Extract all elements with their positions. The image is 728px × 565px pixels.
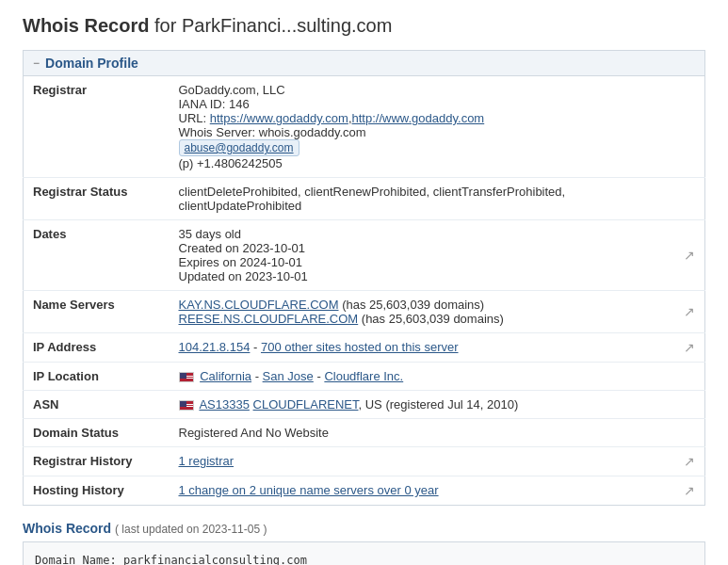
table-row: ASN AS13335 CLOUDFLARENET, US (registere… [24, 391, 705, 419]
ip-address-label: IP Address [24, 333, 170, 363]
registrar-label: Registrar [24, 76, 170, 178]
table-row: Registrar History 1 registrar ↗ [24, 447, 705, 476]
page-title-domain: ParkFinanci...sulting.com [182, 15, 392, 36]
registrar-history-external-link-icon[interactable]: ↗ [684, 454, 695, 469]
domain-profile-title: Domain Profile [45, 56, 138, 71]
registrar-status-value: clientDeleteProhibited, clientRenewProhi… [170, 178, 675, 220]
registrar-history-label: Registrar History [24, 447, 170, 476]
page-title-whois: Whois Record [23, 15, 149, 36]
dates-updated: Updated on 2023-10-01 [179, 269, 666, 283]
dates-external-link-icon[interactable]: ↗ [684, 248, 695, 263]
ns1: KAY.NS.CLOUDFLARE.COM (has 25,603,039 do… [179, 298, 666, 312]
asn-number-link[interactable]: AS13335 [199, 397, 250, 412]
registrar-history-link[interactable]: 1 registrar [179, 454, 235, 468]
table-row: Hosting History 1 change on 2 unique nam… [24, 476, 705, 506]
hosting-history-value: 1 change on 2 unique name servers over 0… [170, 476, 675, 506]
ip-location-country[interactable]: California [200, 369, 251, 383]
whois-record-header: Whois Record ( last updated on 2023-11-0… [23, 521, 705, 536]
registrar-iana: IANA ID: 146 [179, 97, 666, 111]
asn-flag-icon [179, 400, 194, 411]
ip-address-value: 104.21.8.154 - 700 other sites hosted on… [170, 333, 675, 363]
table-row: IP Location California - San Jose - Clou… [24, 363, 705, 391]
name-servers-label: Name Servers [24, 291, 170, 333]
ip-location-value: California - San Jose - Cloudflare Inc. [170, 363, 675, 391]
name-servers-external-link-icon[interactable]: ↗ [684, 304, 695, 319]
ns2-link[interactable]: REESE.NS.CLOUDFLARE.COM [179, 312, 359, 326]
dates-expires: Expires on 2024-10-01 [179, 255, 666, 269]
page-title-for: for [154, 15, 182, 36]
dates-value: 35 days old Created on 2023-10-01 Expire… [170, 220, 675, 291]
ip-location-label: IP Location [24, 363, 170, 391]
registrar-action [674, 76, 705, 178]
registrar-url-link2[interactable]: http://www.godaddy.com [352, 111, 485, 125]
registrar-history-value: 1 registrar [170, 447, 675, 476]
domain-profile-toggle-icon: − [33, 56, 40, 70]
hosting-history-link[interactable]: 1 change on 2 unique name servers over 0… [179, 483, 439, 497]
table-row: Name Servers KAY.NS.CLOUDFLARE.COM (has … [24, 291, 705, 333]
dates-label: Dates [24, 220, 170, 291]
ns2: REESE.NS.CLOUDFLARE.COM (has 25,603,039 … [179, 312, 666, 326]
hosting-history-action[interactable]: ↗ [674, 476, 705, 506]
whois-record-label[interactable]: Whois Record [23, 521, 111, 536]
ip-hosted-sites-link[interactable]: 700 other sites hosted on this server [261, 340, 459, 354]
dates-created: Created on 2023-10-01 [179, 241, 666, 255]
page-title: Whois Record for ParkFinanci...sulting.c… [23, 15, 705, 37]
ns1-link[interactable]: KAY.NS.CLOUDFLARE.COM [179, 298, 339, 312]
ip-location-action [674, 363, 705, 391]
domain-profile-table: Registrar GoDaddy.com, LLC IANA ID: 146 … [23, 76, 705, 506]
domain-profile-section-header[interactable]: − Domain Profile [23, 50, 705, 76]
ip-location-org[interactable]: Cloudflare Inc. [324, 369, 403, 383]
table-row: Registrar Status clientDeleteProhibited,… [24, 178, 705, 220]
registrar-value: GoDaddy.com, LLC IANA ID: 146 URL: https… [170, 76, 675, 178]
registrar-url: URL: https://www.godaddy.com,http://www.… [179, 111, 666, 125]
whois-raw-text: Domain Name: parkfinancialconsulting.com… [23, 541, 705, 565]
table-row: Domain Status Registered And No Website [24, 419, 705, 447]
hosting-history-external-link-icon[interactable]: ↗ [684, 483, 695, 498]
ip-address-external-link-icon[interactable]: ↗ [684, 340, 695, 355]
registrar-company: GoDaddy.com, LLC [179, 83, 666, 97]
dates-action[interactable]: ↗ [674, 220, 705, 291]
asn-name-link[interactable]: CLOUDFLARENET [253, 397, 359, 412]
domain-status-label: Domain Status [24, 419, 170, 447]
table-row: Registrar GoDaddy.com, LLC IANA ID: 146 … [24, 76, 705, 178]
table-row: Dates 35 days old Created on 2023-10-01 … [24, 220, 705, 291]
registrar-email-row: abuse@godaddy.com [179, 139, 666, 156]
registrar-status-label: Registrar Status [24, 178, 170, 220]
ip-location-city[interactable]: San Jose [263, 369, 314, 383]
domain-status-value: Registered And No Website [170, 419, 675, 447]
whois-record-date: ( last updated on 2023-11-05 ) [115, 523, 267, 536]
ip-address-action[interactable]: ↗ [674, 333, 705, 363]
hosting-history-label: Hosting History [24, 476, 170, 506]
asn-value: AS13335 CLOUDFLARENET, US (registered Ju… [170, 391, 675, 419]
registrar-whois-server: Whois Server: whois.godaddy.com [179, 125, 666, 139]
name-servers-value: KAY.NS.CLOUDFLARE.COM (has 25,603,039 do… [170, 291, 675, 333]
registrar-status-action [674, 178, 705, 220]
asn-label: ASN [24, 391, 170, 419]
registrar-history-action[interactable]: ↗ [674, 447, 705, 476]
page-wrapper: Whois Record for ParkFinanci...sulting.c… [0, 0, 728, 565]
dates-age: 35 days old [179, 227, 666, 241]
asn-action [674, 391, 705, 419]
registrar-phone: (p) +1.4806242505 [179, 156, 666, 170]
ip-address-link[interactable]: 104.21.8.154 [179, 340, 251, 354]
registrar-url-link[interactable]: https://www.godaddy.com [210, 111, 348, 125]
domain-status-action [674, 419, 705, 447]
name-servers-action[interactable]: ↗ [674, 291, 705, 333]
registrar-email-badge[interactable]: abuse@godaddy.com [179, 139, 299, 156]
table-row: IP Address 104.21.8.154 - 700 other site… [24, 333, 705, 363]
us-flag-icon [179, 372, 194, 382]
